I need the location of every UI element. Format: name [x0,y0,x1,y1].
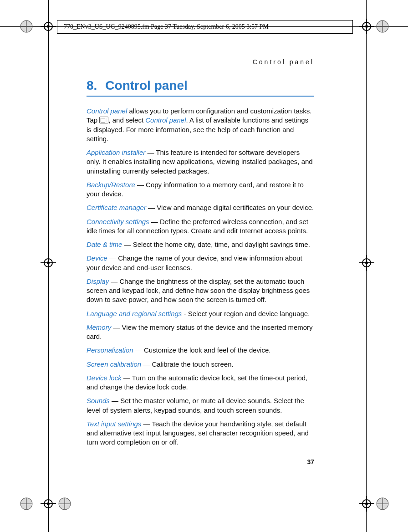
definition-term: Screen calibration [87,360,141,368]
definition-separator: — [141,420,152,428]
crosshair-target-icon [359,19,374,34]
definition-item: Application installer — This feature is … [87,148,314,176]
definition-desc: Calibrate the touch screen. [152,360,233,368]
crosshair-target-icon [359,255,374,271]
definition-item: Memory — View the memory status of the d… [87,323,314,342]
chapter-title: Control panel [105,78,187,92]
crosshair-target-icon [41,496,56,512]
definition-separator: — [122,240,133,248]
definition-separator: — [122,374,132,382]
definition-list: Application installer — This feature is … [87,148,314,447]
definition-item: Text input settings — Teach the device y… [87,419,314,447]
definition-term: Memory [87,323,111,331]
definition-item: Date & time — Select the home city, date… [87,240,314,249]
definition-term: Text input settings [87,420,141,428]
definition-term: Device lock [87,374,122,382]
definition-item: Screen calibration — Calibrate the touch… [87,360,314,369]
definition-desc: View and manage digital certificates on … [157,204,314,211]
registration-mark-icon [20,20,33,33]
definition-separator: — [109,277,119,285]
definition-item: Device — Change the name of your device,… [87,254,314,272]
definition-separator: — [149,218,160,225]
definition-term: Backup/Restore [87,181,135,189]
definition-term: Date & time [87,240,122,248]
definition-separator: — [110,397,120,404]
definition-term: Certificate manager [87,204,146,211]
chapter-number: 8. [87,78,97,92]
definition-term: Sounds [87,397,110,404]
definition-separator: — [133,346,144,354]
registration-mark-icon [58,497,71,510]
chapter-heading: 8.Control panel [87,78,314,93]
definition-term: Language and regional settings [87,310,182,317]
definition-term: Display [87,277,109,285]
definition-desc: Select your region and device language. [188,310,310,317]
intro-paragraph: Control panel allows you to perform conf… [87,107,314,143]
definition-separator: — [141,360,152,368]
definition-item: Backup/Restore — Copy information to a m… [87,180,314,199]
intro-text-mid: , and select [108,116,145,124]
definition-separator: — [145,148,156,156]
definition-desc: Select the home city, date, time, and da… [133,240,310,248]
intro-term2: Control panel [145,116,186,124]
definition-item: Language and regional settings - Select … [87,309,314,318]
print-header-text: 770_ENv3_US_UG_9240895.fm Page 37 Tuesda… [64,23,269,30]
definition-item: Certificate manager — View and manage di… [87,203,314,212]
crosshair-target-icon [41,19,56,34]
definition-separator: - [182,310,188,317]
crosshair-target-icon [359,496,374,512]
definition-item: Device lock — Turn on the automatic devi… [87,373,314,392]
definition-separator: — [135,181,146,189]
definition-term: Device [87,254,107,262]
page-number: 37 [307,458,314,466]
definition-item: Connectivity settings — Define the prefe… [87,217,314,236]
definition-separator: — [111,323,122,331]
page-body: Control panel 8.Control panel Control pa… [87,58,314,452]
definition-item: Display — Change the brightness of the d… [87,277,314,305]
definition-separator: — [146,204,157,211]
registration-mark-icon [376,20,389,33]
definition-desc: Change the name of your device, and view… [87,254,302,271]
definition-item: Personalization — Customize the look and… [87,346,314,355]
heading-rule [87,96,314,97]
definition-term: Personalization [87,346,133,354]
registration-mark-icon [20,497,33,510]
definition-separator: — [107,254,118,262]
definition-term: Application installer [87,148,145,156]
task-navigator-icon [99,117,108,123]
definition-item: Sounds — Set the master volume, or mute … [87,396,314,415]
running-head: Control panel [87,58,314,66]
intro-term: Control panel [87,107,127,115]
definition-desc: Customize the look and feel of the devic… [144,346,271,354]
crosshair-target-icon [41,255,56,271]
print-header-box: 770_ENv3_US_UG_9240895.fm Page 37 Tuesda… [57,20,353,34]
definition-desc: Change the brightness of the display, se… [87,277,310,304]
definition-term: Connectivity settings [87,218,149,225]
registration-mark-icon [376,497,389,510]
